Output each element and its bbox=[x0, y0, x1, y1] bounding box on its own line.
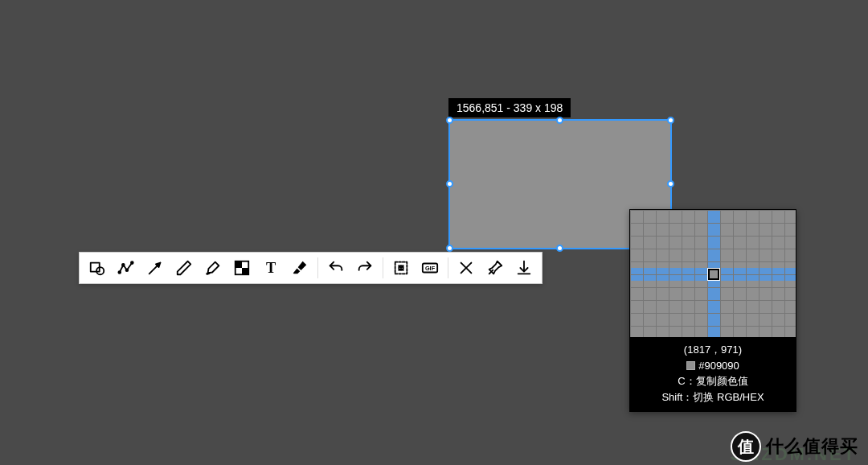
magnifier-hint-copy: C：复制颜色值 bbox=[633, 373, 792, 389]
magnifier-hint-toggle: Shift：切换 RGB/HEX bbox=[633, 389, 792, 405]
redo-icon bbox=[356, 259, 374, 277]
watermark: 值 什么值得买 bbox=[731, 431, 858, 462]
selection-dimensions-label: 1566,851 - 339 x 198 bbox=[448, 98, 571, 117]
gif-button[interactable]: GIF bbox=[416, 255, 444, 281]
arrow-button[interactable] bbox=[141, 255, 170, 281]
arrow-icon bbox=[146, 259, 164, 277]
svg-rect-10 bbox=[242, 268, 248, 274]
annotation-toolbar: TGIF bbox=[79, 252, 542, 284]
magnifier-hex: #909090 bbox=[698, 360, 739, 372]
toolbar-separator bbox=[317, 257, 318, 278]
svg-point-5 bbox=[131, 261, 133, 264]
svg-point-2 bbox=[118, 271, 121, 274]
rectangle-icon bbox=[88, 259, 106, 277]
save-icon bbox=[515, 259, 533, 277]
magnifier-grid bbox=[630, 210, 796, 337]
save-button[interactable] bbox=[510, 255, 538, 281]
scan-button[interactable] bbox=[387, 255, 416, 281]
svg-text:T: T bbox=[266, 260, 276, 276]
watermark-badge: 值 bbox=[731, 431, 761, 462]
mosaic-icon bbox=[233, 259, 251, 277]
color-swatch bbox=[686, 361, 695, 370]
resize-handle-bm[interactable] bbox=[556, 245, 563, 252]
pencil-button[interactable] bbox=[170, 255, 199, 281]
svg-rect-9 bbox=[235, 261, 242, 268]
mosaic-button[interactable] bbox=[227, 255, 256, 281]
highlighter-icon bbox=[204, 259, 222, 277]
resize-handle-tr[interactable] bbox=[667, 117, 674, 124]
text-button[interactable]: T bbox=[256, 255, 285, 281]
magnifier-coords: (1817，971) bbox=[633, 342, 792, 358]
eraser-icon bbox=[291, 259, 309, 277]
text-icon: T bbox=[262, 259, 280, 277]
resize-handle-tm[interactable] bbox=[556, 117, 563, 124]
redo-button[interactable] bbox=[350, 255, 379, 281]
close-icon bbox=[457, 259, 475, 277]
toolbar-separator bbox=[383, 257, 383, 278]
svg-point-4 bbox=[126, 269, 129, 271]
pencil-icon bbox=[175, 259, 193, 277]
magnifier-color-row: #909090 bbox=[633, 358, 792, 374]
highlighter-button[interactable] bbox=[199, 255, 227, 281]
scan-icon bbox=[392, 259, 410, 277]
magnifier-info: (1817，971) #909090 C：复制颜色值 Shift：切换 RGB/… bbox=[630, 337, 796, 411]
rectangle-button[interactable] bbox=[83, 255, 112, 281]
toolbar-separator bbox=[448, 257, 448, 278]
svg-text:GIF: GIF bbox=[425, 265, 436, 272]
close-button[interactable] bbox=[452, 255, 481, 281]
resize-handle-tl[interactable] bbox=[446, 117, 453, 124]
polyline-button[interactable] bbox=[112, 255, 141, 281]
polyline-icon bbox=[117, 259, 135, 277]
watermark-text: 什么值得买 bbox=[766, 434, 858, 459]
resize-handle-ml[interactable] bbox=[446, 180, 453, 187]
pin-icon bbox=[486, 259, 504, 277]
svg-point-3 bbox=[122, 264, 125, 266]
color-magnifier-panel: (1817，971) #909090 C：复制颜色值 Shift：切换 RGB/… bbox=[629, 209, 796, 412]
gif-icon: GIF bbox=[421, 259, 439, 277]
undo-icon bbox=[327, 259, 345, 277]
resize-handle-mr[interactable] bbox=[667, 180, 674, 187]
pin-button[interactable] bbox=[481, 255, 510, 281]
eraser-button[interactable] bbox=[285, 255, 314, 281]
resize-handle-bl[interactable] bbox=[446, 245, 453, 252]
undo-button[interactable] bbox=[321, 255, 350, 281]
magnifier-center-pixel bbox=[708, 269, 719, 280]
